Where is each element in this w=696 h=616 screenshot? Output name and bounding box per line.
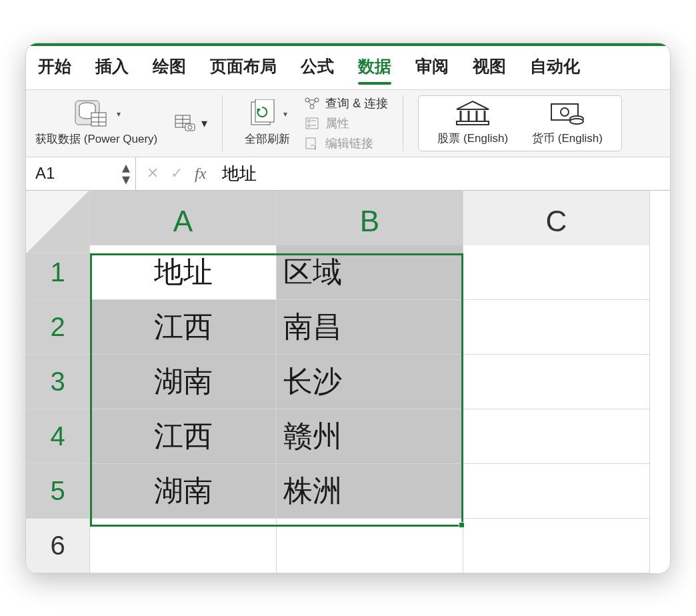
connections-icon bbox=[304, 97, 320, 110]
spinner-down-icon[interactable]: ▾ bbox=[122, 173, 130, 185]
svg-rect-22 bbox=[308, 120, 310, 122]
tab-view[interactable]: 视图 bbox=[473, 55, 506, 84]
tab-home[interactable]: 开始 bbox=[38, 55, 71, 84]
currency-datatype[interactable]: 货币 (English) bbox=[532, 100, 603, 146]
data-types-gallery[interactable]: 股票 (English) 货币 (English) bbox=[418, 95, 622, 151]
chevron-down-icon: ▾ bbox=[117, 109, 121, 119]
row-header-2[interactable]: 2 bbox=[26, 300, 90, 355]
stocks-datatype[interactable]: 股票 (English) bbox=[437, 100, 508, 146]
row-header-1[interactable]: 1 bbox=[26, 245, 90, 300]
refresh-all-label: 全部刷新 bbox=[245, 131, 290, 147]
grid: A B C 1 地址 区域 2 江西 南昌 3 湖南 长沙 4 江西 赣州 5 bbox=[26, 191, 670, 573]
svg-point-17 bbox=[310, 105, 314, 109]
cell-A2[interactable]: 江西 bbox=[90, 300, 277, 355]
cell-A6[interactable] bbox=[90, 519, 277, 573]
currency-label: 货币 (English) bbox=[532, 131, 603, 146]
cell-C5[interactable] bbox=[463, 464, 650, 519]
cell-A1[interactable]: 地址 bbox=[90, 245, 277, 300]
formula-controls: ✕ ✓ fx bbox=[136, 157, 217, 190]
separator bbox=[403, 95, 403, 151]
group-camera: ▾ bbox=[175, 95, 207, 151]
edit-links-icon bbox=[304, 137, 320, 150]
get-data-button[interactable]: ▾ 获取数据 (Power Query) bbox=[33, 98, 160, 148]
tab-page-layout[interactable]: 页面布局 bbox=[210, 55, 277, 84]
tab-insert[interactable]: 插入 bbox=[95, 55, 129, 84]
tab-formulas[interactable]: 公式 bbox=[301, 55, 334, 84]
svg-line-18 bbox=[309, 101, 311, 105]
group-refresh: ▾ 全部刷新 查询 & 连接 bbox=[237, 95, 388, 151]
ribbon-tabs: 开始 插入 绘图 页面布局 公式 数据 审阅 视图 自动化 bbox=[26, 46, 670, 90]
tab-review[interactable]: 审阅 bbox=[415, 55, 449, 84]
formula-input[interactable] bbox=[217, 157, 670, 190]
cell-C6[interactable] bbox=[463, 519, 650, 573]
cell-B4[interactable]: 赣州 bbox=[277, 409, 463, 464]
tab-draw[interactable]: 绘图 bbox=[153, 55, 186, 84]
name-box-value: A1 bbox=[35, 164, 55, 183]
ribbon-toolbar: ▾ 获取数据 (Power Query) ▾ bbox=[26, 90, 670, 157]
name-box[interactable]: A1 ▴ ▾ bbox=[26, 157, 136, 190]
cell-B6[interactable] bbox=[277, 519, 463, 573]
table-camera-icon bbox=[175, 115, 196, 132]
row-header-6[interactable]: 6 bbox=[26, 519, 90, 573]
properties-icon bbox=[304, 117, 320, 130]
svg-rect-26 bbox=[306, 138, 315, 149]
name-box-spinner[interactable]: ▴ ▾ bbox=[122, 161, 130, 185]
currency-icon bbox=[549, 100, 586, 127]
cell-C4[interactable] bbox=[463, 409, 650, 464]
chevron-down-icon: ▾ bbox=[201, 116, 207, 131]
queries-connections-label: 查询 & 连接 bbox=[325, 95, 388, 111]
column-header-C[interactable]: C bbox=[463, 191, 650, 253]
properties-label: 属性 bbox=[325, 115, 349, 131]
select-all-corner[interactable] bbox=[26, 191, 90, 253]
cell-A3[interactable]: 湖南 bbox=[90, 355, 277, 409]
column-header-B[interactable]: B bbox=[277, 191, 463, 253]
cell-A4[interactable]: 江西 bbox=[90, 409, 277, 464]
separator bbox=[222, 95, 223, 151]
svg-point-34 bbox=[561, 108, 569, 116]
queries-connections-button[interactable]: 查询 & 连接 bbox=[304, 95, 388, 111]
svg-marker-27 bbox=[457, 101, 489, 109]
edit-links-button: 编辑链接 bbox=[304, 135, 388, 151]
fx-icon[interactable]: fx bbox=[195, 165, 206, 183]
chevron-down-icon: ▾ bbox=[283, 109, 287, 119]
row-header-3[interactable]: 3 bbox=[26, 355, 90, 409]
worksheet[interactable]: A B C 1 地址 区域 2 江西 南昌 3 湖南 长沙 4 江西 赣州 5 bbox=[26, 191, 670, 573]
database-icon bbox=[73, 99, 114, 129]
svg-rect-32 bbox=[457, 121, 489, 125]
svg-rect-21 bbox=[306, 118, 318, 129]
refresh-all-button[interactable]: ▾ 全部刷新 bbox=[237, 98, 297, 148]
data-from-picture-button[interactable]: ▾ bbox=[175, 115, 207, 132]
refresh-icon bbox=[247, 99, 281, 129]
svg-rect-23 bbox=[308, 125, 310, 127]
group-get-data: ▾ 获取数据 (Power Query) bbox=[33, 95, 160, 151]
cancel-icon[interactable]: ✕ bbox=[147, 165, 159, 182]
enter-icon[interactable]: ✓ bbox=[171, 165, 183, 182]
cell-B2[interactable]: 南昌 bbox=[277, 300, 463, 355]
formula-bar: A1 ▴ ▾ ✕ ✓ fx bbox=[26, 157, 670, 191]
tab-automate[interactable]: 自动化 bbox=[530, 55, 580, 84]
get-data-label: 获取数据 (Power Query) bbox=[35, 131, 157, 147]
cell-A5[interactable]: 湖南 bbox=[90, 464, 277, 519]
connections-stack: 查询 & 连接 属性 bbox=[304, 95, 388, 151]
properties-button: 属性 bbox=[304, 115, 388, 131]
cell-C3[interactable] bbox=[463, 355, 650, 409]
excel-window: 开始 插入 绘图 页面布局 公式 数据 审阅 视图 自动化 bbox=[25, 43, 671, 574]
svg-point-36 bbox=[570, 119, 583, 124]
cell-B1[interactable]: 区域 bbox=[277, 245, 463, 300]
stocks-label: 股票 (English) bbox=[437, 131, 508, 146]
row-header-4[interactable]: 4 bbox=[26, 409, 90, 464]
cell-C2[interactable] bbox=[463, 300, 650, 355]
svg-line-19 bbox=[313, 101, 315, 105]
edit-links-label: 编辑链接 bbox=[325, 135, 373, 151]
cell-C1[interactable] bbox=[463, 245, 650, 300]
column-header-A[interactable]: A bbox=[90, 191, 277, 253]
cell-B3[interactable]: 长沙 bbox=[277, 355, 463, 409]
cell-B5[interactable]: 株洲 bbox=[277, 464, 463, 519]
bank-icon bbox=[454, 100, 491, 127]
row-header-5[interactable]: 5 bbox=[26, 464, 90, 519]
tab-data[interactable]: 数据 bbox=[358, 55, 391, 84]
